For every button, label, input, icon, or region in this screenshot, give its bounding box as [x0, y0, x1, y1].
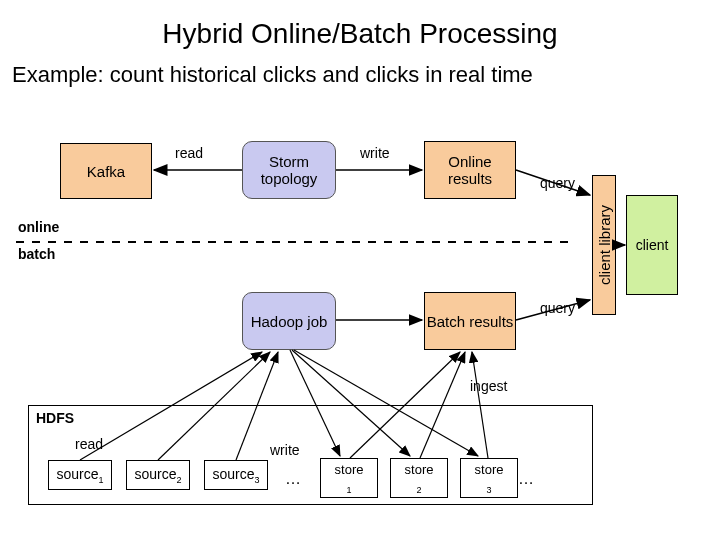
- batch-results-node: Batch results: [424, 292, 516, 350]
- batch-section-label: batch: [18, 246, 55, 262]
- client-node: client: [626, 195, 678, 295]
- store-2: store2: [390, 458, 448, 498]
- query-label-bottom: query: [540, 300, 575, 316]
- diagram-canvas: Kafka Storm topology Online results Hado…: [0, 0, 720, 540]
- ingest-label: ingest: [470, 378, 507, 394]
- storm-topology-node: Storm topology: [242, 141, 336, 199]
- store-1: store1: [320, 458, 378, 498]
- online-results-node: Online results: [424, 141, 516, 199]
- source-2: source2: [126, 460, 190, 490]
- client-library-node: client library: [592, 175, 616, 315]
- source-1: source1: [48, 460, 112, 490]
- hdfs-label: HDFS: [36, 410, 74, 426]
- hadoop-job-node: Hadoop job: [242, 292, 336, 350]
- kafka-node: Kafka: [60, 143, 152, 199]
- source-3: source3: [204, 460, 268, 490]
- online-section-label: online: [18, 219, 59, 235]
- read-label: read: [175, 145, 203, 161]
- query-label-top: query: [540, 175, 575, 191]
- write-label: write: [360, 145, 390, 161]
- store-3: store3: [460, 458, 518, 498]
